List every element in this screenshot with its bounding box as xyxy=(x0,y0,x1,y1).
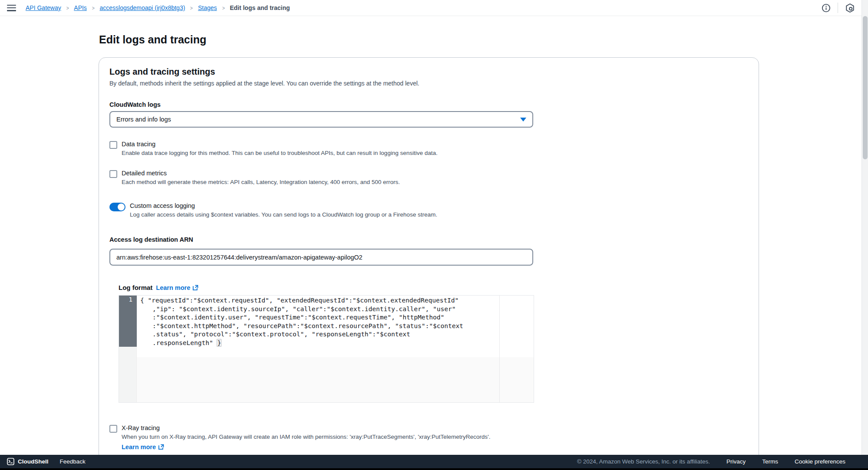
custom-access-logging-description: Log caller access details using $context… xyxy=(130,211,437,218)
code-line: :"$context.identity.user", "requestTime"… xyxy=(137,313,534,322)
log-format-learn-more-link[interactable]: Learn more xyxy=(156,284,198,291)
detailed-metrics-checkbox[interactable] xyxy=(109,170,117,178)
editor-line-number: 1 xyxy=(119,296,137,347)
console-footer: CloudShell Feedback © 2024, Amazon Web S… xyxy=(0,455,868,470)
main-content: Edit logs and tracing Logs and tracing s… xyxy=(0,16,861,455)
breadcrumb-link-stages[interactable]: Stages xyxy=(198,4,217,11)
chevron-right-icon: > xyxy=(190,5,193,11)
menu-icon[interactable] xyxy=(7,5,16,11)
top-navigation-bar: API Gateway > APIs > accesslogsdemoapi (… xyxy=(0,0,861,16)
amazon-q-icon[interactable] xyxy=(844,2,855,13)
log-format-label: Log format xyxy=(119,284,152,291)
panel-description: By default, methods inherit the settings… xyxy=(109,80,748,87)
breadcrumb-link-api-name[interactable]: accesslogsdemoapi (irj0x8btg3) xyxy=(99,4,185,11)
aws-console-screen: API Gateway > APIs > accesslogsdemoapi (… xyxy=(0,0,868,470)
log-format-code-input[interactable]: { "requestId":"$context.requestId", "ext… xyxy=(137,296,534,348)
cloudwatch-logs-select[interactable]: Errors and info logs xyxy=(109,111,533,128)
code-line: { "requestId":"$context.requestId", "ext… xyxy=(137,296,534,305)
data-tracing-checkbox[interactable] xyxy=(109,141,117,149)
chevron-right-icon: > xyxy=(92,5,95,11)
detailed-metrics-description: Each method will generate these metrics:… xyxy=(122,179,400,185)
terms-link[interactable]: Terms xyxy=(762,458,778,465)
scrollbar-thumb[interactable] xyxy=(863,16,868,159)
access-log-destination-arn-input[interactable]: arn:aws:firehose:us-east-1:823201257644:… xyxy=(109,249,533,266)
cloudshell-label: CloudShell xyxy=(18,458,49,465)
log-format-code-editor: 1 { "requestId":"$context.requestId", "e… xyxy=(119,295,534,403)
custom-access-logging-toggle[interactable] xyxy=(109,203,125,211)
toggle-knob xyxy=(118,204,125,210)
breadcrumb: API Gateway > APIs > accesslogsdemoapi (… xyxy=(26,4,290,11)
chevron-right-icon: > xyxy=(222,5,224,11)
learn-more-text: Learn more xyxy=(122,444,156,450)
topbar-divider xyxy=(838,3,838,13)
access-log-destination-arn-value: arn:aws:firehose:us-east-1:823201257644:… xyxy=(116,254,363,261)
breadcrumb-current: Edit logs and tracing xyxy=(230,4,290,11)
vertical-scrollbar[interactable] xyxy=(861,0,868,470)
breadcrumb-link-api-gateway[interactable]: API Gateway xyxy=(26,4,61,11)
cloudwatch-logs-selected-value: Errors and info logs xyxy=(116,116,520,123)
code-line: .status", "protocol":"$context.protocol"… xyxy=(137,330,534,339)
code-line: ,"ip": "$context.identity.sourceIp", "ca… xyxy=(137,305,534,314)
feedback-button[interactable]: Feedback xyxy=(60,458,86,465)
external-link-icon xyxy=(158,444,164,450)
code-line: :"$context.httpMethod", "resourcePath":"… xyxy=(137,322,534,331)
info-icon[interactable] xyxy=(820,2,832,13)
logs-and-tracing-settings-panel: Logs and tracing settings By default, me… xyxy=(99,57,759,455)
breadcrumb-link-apis[interactable]: APIs xyxy=(74,4,87,11)
data-tracing-description: Enable data trace logging for this metho… xyxy=(122,150,438,156)
external-link-icon xyxy=(192,285,198,291)
xray-tracing-label[interactable]: X-Ray tracing xyxy=(122,424,490,431)
code-line: .responseLength" } xyxy=(137,339,534,348)
topbar-actions xyxy=(820,2,855,13)
cloudwatch-logs-label: CloudWatch logs xyxy=(109,101,748,108)
cloudshell-button[interactable]: CloudShell xyxy=(7,458,49,465)
learn-more-text: Learn more xyxy=(156,284,190,291)
access-log-destination-arn-label: Access log destination ARN xyxy=(109,236,748,243)
log-format-section: Log format Learn more 1 { "requestId":"$… xyxy=(119,284,748,403)
chevron-right-icon: > xyxy=(66,5,69,11)
xray-learn-more-link[interactable]: Learn more xyxy=(122,444,164,450)
detailed-metrics-label[interactable]: Detailed metrics xyxy=(122,170,400,177)
custom-access-logging-label[interactable]: Custom access logging xyxy=(130,202,437,209)
cloudshell-icon xyxy=(7,458,14,465)
cookie-preferences-link[interactable]: Cookie preferences xyxy=(795,458,845,465)
xray-tracing-description: When you turn on X-Ray tracing, API Gate… xyxy=(122,434,490,440)
data-tracing-label[interactable]: Data tracing xyxy=(122,141,438,148)
matched-bracket: } xyxy=(217,339,221,347)
copyright-text: © 2024, Amazon Web Services, Inc. or its… xyxy=(577,458,710,465)
privacy-link[interactable]: Privacy xyxy=(726,458,746,465)
caret-down-icon xyxy=(520,118,526,122)
xray-tracing-checkbox[interactable] xyxy=(109,425,117,433)
page-title: Edit logs and tracing xyxy=(99,33,861,46)
code-line-text: .responseLength" xyxy=(152,339,217,346)
panel-title: Logs and tracing settings xyxy=(109,67,748,77)
